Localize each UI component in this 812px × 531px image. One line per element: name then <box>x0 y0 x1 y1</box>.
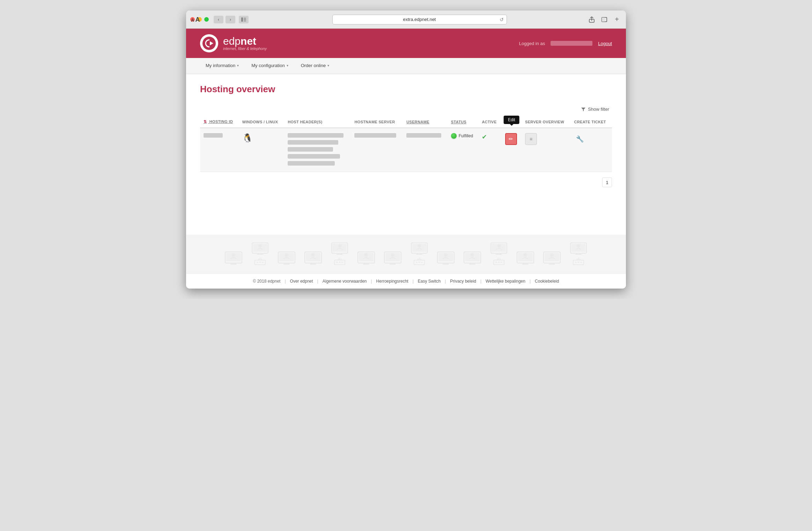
address-bar-container: extra.edpnet.net ↺ <box>252 15 587 24</box>
col-hostname-server: HOSTNAME SERVER <box>351 116 403 128</box>
svg-point-17 <box>262 262 264 263</box>
site-nav: My information ▾ My configuration ▾ Orde… <box>186 58 626 74</box>
svg-point-33 <box>364 253 368 257</box>
page-title: Hosting overview <box>200 84 612 95</box>
sidebar-toggle-button[interactable] <box>239 16 249 23</box>
logged-in-label: Logged in as <box>519 41 545 46</box>
copyright-text: © 2018 edpnet <box>253 279 281 284</box>
footer-link-wettelijke[interactable]: Wettelijke bepalingen <box>486 279 525 284</box>
svg-point-55 <box>498 262 500 263</box>
pagination: 1 <box>200 177 612 187</box>
forward-button[interactable]: › <box>226 16 235 23</box>
col-windows-linux: WINDOWS / LINUX <box>239 116 284 128</box>
svg-point-56 <box>501 262 502 263</box>
footer-link-algemene[interactable]: Algemene voorwaarden <box>323 279 367 284</box>
svg-point-15 <box>257 262 258 263</box>
svg-point-62 <box>550 253 554 257</box>
col-create-ticket: CREATE TICKET <box>570 116 612 128</box>
svg-point-36 <box>391 253 394 257</box>
decorative-monitors <box>186 242 626 267</box>
show-filter-button[interactable]: Show filter <box>578 105 612 113</box>
svg-point-54 <box>496 262 497 263</box>
username-value <box>406 133 441 138</box>
svg-point-20 <box>285 253 288 257</box>
logo-name: edpnet <box>223 36 267 46</box>
maximize-button[interactable] <box>204 17 209 22</box>
page-1-button[interactable]: 1 <box>602 177 612 187</box>
server-overview-button[interactable]: ≡ <box>525 133 537 145</box>
decorative-monitor-11 <box>512 242 539 267</box>
decorative-monitor-0 <box>220 242 247 267</box>
cell-edit: Edit ✏ <box>502 128 522 172</box>
chevron-down-icon: ▾ <box>327 64 329 67</box>
hostname-value <box>354 133 396 138</box>
table-header-row: ⇅ HOSTING ID WINDOWS / LINUX HOST HEADER… <box>200 116 612 128</box>
browser-window: ‹ › A A extra.edpnet.net ↺ <box>186 10 626 289</box>
decorative-monitor-13 <box>565 242 592 267</box>
cell-active: ✔ <box>478 128 501 172</box>
logo-text: edpnet internet, fiber & telephony <box>223 36 267 51</box>
footer-link-herroepingsrecht[interactable]: Herroepingsrecht <box>376 279 408 284</box>
col-status[interactable]: STATUS <box>448 116 479 128</box>
cell-username <box>403 128 448 172</box>
nav-item-my-configuration[interactable]: My configuration ▾ <box>246 58 294 74</box>
share-button[interactable] <box>587 16 597 23</box>
status-dot <box>451 133 457 139</box>
decorative-monitor-12 <box>539 242 565 267</box>
new-tab-button[interactable]: + <box>612 16 622 23</box>
nav-item-order-online[interactable]: Order online ▾ <box>295 58 335 74</box>
font-small-button[interactable]: A <box>191 17 194 22</box>
svg-rect-3 <box>244 21 246 21</box>
reload-button[interactable]: ↺ <box>500 17 504 22</box>
svg-rect-6 <box>602 17 605 22</box>
nav-item-my-information[interactable]: My information ▾ <box>200 58 244 74</box>
footer-decoration: // Render monitor icons inline after DOM… <box>186 235 626 274</box>
svg-point-68 <box>578 262 579 263</box>
chevron-down-icon: ▾ <box>287 64 288 67</box>
svg-point-43 <box>421 262 423 263</box>
decorative-monitor-8 <box>433 242 459 267</box>
cell-create-ticket: 🔧 <box>570 128 612 172</box>
main-content: Hosting overview Show filter ⇅ HOSTING I… <box>186 74 626 235</box>
header-right: Logged in as Logout <box>519 41 612 46</box>
footer-link-over-edpnet[interactable]: Over edpnet <box>290 279 313 284</box>
font-large-button[interactable]: A <box>195 16 200 23</box>
col-hosting-id[interactable]: ⇅ HOSTING ID <box>200 116 239 128</box>
ticket-icon: 🔧 <box>576 135 584 143</box>
hosting-id-value <box>204 133 223 138</box>
back-button[interactable]: ‹ <box>214 16 223 23</box>
svg-point-16 <box>259 262 261 263</box>
col-host-headers: HOST HEADER(S) <box>284 116 351 128</box>
cell-server-overview: ≡ <box>522 128 570 172</box>
logout-button[interactable]: Logout <box>598 41 612 46</box>
decorative-monitor-4 <box>326 242 353 267</box>
footer-link-cookiebeleid[interactable]: Cookiebeleid <box>535 279 559 284</box>
decorative-monitor-2 <box>273 242 300 267</box>
sort-icon: ⇅ <box>204 119 207 124</box>
footer-link-easy-switch[interactable]: Easy Switch <box>418 279 441 284</box>
url-display: extra.edpnet.net <box>403 17 436 22</box>
svg-point-28 <box>337 262 338 263</box>
col-username[interactable]: USERNAME <box>403 116 448 128</box>
cell-os: 🐧 <box>239 128 284 172</box>
logo-icon <box>200 34 218 52</box>
linux-icon: 🐧 <box>242 133 253 143</box>
decorative-monitor-6 <box>379 242 406 267</box>
decorative-monitor-7 <box>406 242 433 267</box>
svg-rect-2 <box>244 19 246 20</box>
filter-icon <box>581 107 586 112</box>
svg-point-39 <box>418 244 421 247</box>
tab-button[interactable] <box>599 16 609 23</box>
cell-hosting-id <box>200 128 239 172</box>
svg-point-65 <box>577 244 580 247</box>
browser-titlebar: ‹ › A A extra.edpnet.net ↺ <box>186 10 626 29</box>
svg-point-10 <box>232 253 235 257</box>
create-ticket-button[interactable]: 🔧 <box>574 133 586 145</box>
footer-links: © 2018 edpnet | Over edpnet | Algemene v… <box>186 274 626 289</box>
username-display <box>551 41 592 46</box>
footer-link-privacy[interactable]: Privacy beleid <box>450 279 476 284</box>
svg-rect-0 <box>241 17 243 22</box>
browser-actions: + <box>587 16 622 23</box>
edit-button[interactable]: ✏ <box>505 133 517 145</box>
address-bar[interactable]: extra.edpnet.net ↺ <box>332 15 507 24</box>
